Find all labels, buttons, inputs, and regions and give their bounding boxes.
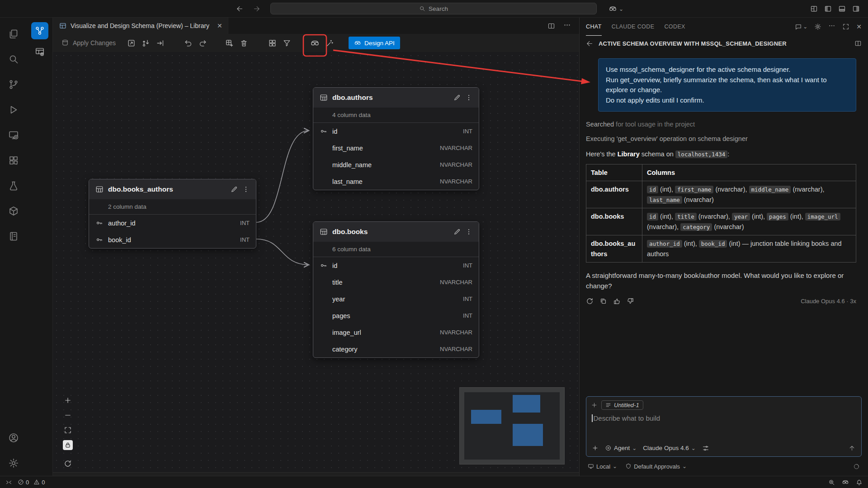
zoom-out-button[interactable] xyxy=(63,410,73,420)
delete-table-icon[interactable] xyxy=(238,37,250,49)
export-diagram-icon[interactable] xyxy=(154,37,166,49)
activity-settings[interactable] xyxy=(0,450,27,476)
activity-remote-explorer[interactable] xyxy=(0,122,27,148)
editor-more-actions-icon[interactable] xyxy=(563,21,571,31)
column-row-last_name[interactable]: last_nameNVARCHAR xyxy=(313,173,479,190)
chat-tab-codex[interactable]: CODEX xyxy=(664,18,685,36)
forward-button[interactable] xyxy=(253,5,260,13)
zoom-in-button[interactable] xyxy=(63,395,73,405)
tools-config-icon[interactable] xyxy=(702,445,709,452)
column-row-title[interactable]: titleNVARCHAR xyxy=(313,274,479,291)
zoom-status-icon[interactable] xyxy=(828,479,835,486)
model-picker-dropdown[interactable]: Claude Opus 4.6 ⌄ xyxy=(643,445,695,451)
problems-button[interactable]: 0 0 xyxy=(18,479,45,486)
activity-run-debug[interactable] xyxy=(0,97,27,122)
thumbs-down-icon[interactable] xyxy=(627,297,634,305)
undo-icon[interactable] xyxy=(182,37,194,49)
add-table-icon[interactable] xyxy=(223,37,235,49)
toggle-secondary-sidebar-icon[interactable] xyxy=(852,5,860,13)
titlebar: Search ⌄ xyxy=(0,0,868,18)
open-session-in-editor-icon[interactable] xyxy=(854,40,862,47)
chat-tab-chat[interactable]: CHAT xyxy=(586,18,602,36)
toggle-panel-icon[interactable] xyxy=(838,5,846,13)
minimap[interactable] xyxy=(459,387,565,465)
open-changes-icon[interactable] xyxy=(125,37,137,49)
zoom-controls xyxy=(63,395,73,469)
lock-canvas-button[interactable] xyxy=(63,440,73,450)
activity-explorer[interactable] xyxy=(0,21,27,47)
activity-notebooks[interactable] xyxy=(0,224,27,249)
refresh-layout-button[interactable] xyxy=(63,459,73,469)
apply-changes-button[interactable]: Apply Changes xyxy=(61,39,116,47)
chat-tab-claude-code[interactable]: CLAUDE CODE xyxy=(612,18,655,36)
schema-canvas[interactable]: dbo.authors 4 column data idINTfirst_nam… xyxy=(53,52,579,472)
redo-icon[interactable] xyxy=(197,37,208,49)
table-card-books[interactable]: dbo.books 6 column data idINTtitleNVARCH… xyxy=(313,221,479,358)
column-row-first_name[interactable]: first_nameNVARCHAR xyxy=(313,140,479,156)
column-row-id[interactable]: idINT xyxy=(313,257,479,274)
thumbs-up-icon[interactable] xyxy=(613,297,621,305)
context-file-chip[interactable]: Untitled-1 xyxy=(601,400,643,410)
table-card-books-authors[interactable]: dbo.books_authors 2 column data author_i… xyxy=(89,179,256,249)
edit-table-icon[interactable] xyxy=(453,94,461,101)
notifications-bell-icon[interactable] xyxy=(856,479,863,486)
fit-view-button[interactable] xyxy=(63,425,73,435)
chat-back-icon[interactable] xyxy=(586,40,594,47)
split-editor-icon[interactable] xyxy=(547,22,555,30)
auto-layout-icon[interactable] xyxy=(266,37,278,49)
activity-extensions[interactable] xyxy=(0,148,27,173)
table-more-icon[interactable] xyxy=(242,186,250,193)
chat-prompt-input[interactable]: Describe what to build xyxy=(586,410,861,441)
activity-testing[interactable] xyxy=(0,173,27,198)
chat-more-icon[interactable] xyxy=(828,22,835,31)
chat-input-box[interactable]: Untitled-1 Describe what to build Agent … xyxy=(586,396,862,457)
chevron-down-icon: ⌄ xyxy=(613,464,617,469)
chat-close-icon[interactable]: ✕ xyxy=(856,23,862,30)
regenerate-icon[interactable] xyxy=(586,297,594,305)
copy-icon[interactable] xyxy=(599,297,607,305)
column-row-year[interactable]: yearINT xyxy=(313,291,479,307)
command-center-search[interactable]: Search xyxy=(270,3,597,14)
environment-dropdown[interactable]: Local ⌄ xyxy=(588,463,617,470)
chat-mode-dropdown[interactable]: ⌄ xyxy=(795,23,807,30)
chat-settings-icon[interactable] xyxy=(814,23,821,30)
column-row-category[interactable]: categoryNVARCHAR xyxy=(313,341,479,357)
column-row-image_url[interactable]: image_urlNVARCHAR xyxy=(313,324,479,341)
edit-table-icon[interactable] xyxy=(453,228,461,235)
close-tab-icon[interactable]: ✕ xyxy=(217,22,222,29)
table-more-icon[interactable] xyxy=(465,94,472,101)
push-changes-icon[interactable] xyxy=(140,37,151,49)
back-button[interactable] xyxy=(236,5,244,13)
column-row-id[interactable]: idINT xyxy=(313,123,479,140)
add-context-icon[interactable] xyxy=(591,402,598,408)
remote-indicator[interactable] xyxy=(5,479,12,486)
column-row-author_id[interactable]: author_idINT xyxy=(89,215,256,231)
send-button[interactable] xyxy=(848,444,856,452)
column-row-book_id[interactable]: book_idINT xyxy=(89,231,256,248)
schema-designer-button[interactable] xyxy=(31,22,48,39)
approvals-dropdown[interactable]: Default Approvals ⌄ xyxy=(625,463,687,470)
copilot-status-icon[interactable] xyxy=(842,479,849,486)
table-card-authors[interactable]: dbo.authors 4 column data idINTfirst_nam… xyxy=(313,87,479,190)
copilot-schema-icon[interactable] xyxy=(309,37,321,49)
editor-tab-schema-designer[interactable]: Visualize and Design Schema (Preview) – … xyxy=(53,18,228,34)
session-progress-icon[interactable] xyxy=(853,463,860,470)
activity-source-control[interactable] xyxy=(0,72,27,97)
design-api-button[interactable]: Design API xyxy=(349,37,400,49)
attach-icon[interactable] xyxy=(592,445,599,451)
table-more-icon[interactable] xyxy=(465,228,472,235)
edit-table-icon[interactable] xyxy=(231,186,238,193)
copilot-menu-button[interactable]: ⌄ xyxy=(606,3,626,14)
toggle-primary-sidebar-icon[interactable] xyxy=(824,5,832,13)
agent-mode-dropdown[interactable]: Agent ⌄ xyxy=(605,445,637,451)
customize-layout-icon[interactable] xyxy=(810,5,818,13)
filter-icon[interactable] xyxy=(281,37,292,49)
table-designer-button[interactable] xyxy=(31,43,48,60)
chat-maximize-icon[interactable] xyxy=(842,23,849,30)
column-row-middle_name[interactable]: middle_nameNVARCHAR xyxy=(313,156,479,173)
activity-search[interactable] xyxy=(0,47,27,72)
sparkle-wand-icon[interactable] xyxy=(324,37,335,49)
activity-accounts[interactable] xyxy=(0,425,27,450)
column-row-pages[interactable]: pagesINT xyxy=(313,307,479,324)
activity-database-projects[interactable] xyxy=(0,198,27,224)
